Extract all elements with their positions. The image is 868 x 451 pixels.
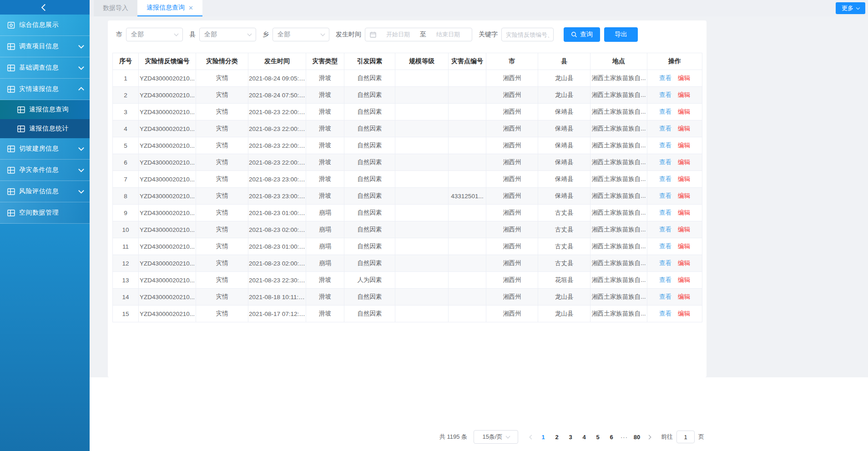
edit-link[interactable]: 编辑: [678, 175, 690, 182]
sidebar-item-3[interactable]: 基础调查信息: [0, 57, 90, 79]
view-link[interactable]: 查看: [659, 209, 671, 216]
table-cell: 湘西土家族苗族自...: [590, 306, 647, 322]
table-cell: 自然因素: [344, 120, 395, 137]
table-cell: [395, 154, 449, 171]
table-cell: 灾情: [196, 171, 248, 188]
table-cell: 崩塌: [306, 255, 344, 272]
tab-2[interactable]: 速报信息查询✕: [137, 0, 202, 16]
sidebar-menu: 综合信息展示调查项目信息基础调查信息灾情速报信息速报信息查询速报信息统计切坡建房…: [0, 15, 90, 224]
close-icon[interactable]: ✕: [188, 5, 193, 11]
table-cell: YZD43000020210...: [139, 87, 196, 104]
tab-label: 速报信息查询: [146, 4, 185, 12]
table-cell: 湘西土家族苗族自...: [590, 87, 647, 104]
view-link[interactable]: 查看: [659, 243, 671, 250]
view-link[interactable]: 查看: [659, 108, 671, 115]
keyword-input[interactable]: [501, 28, 554, 41]
sidebar-item-5[interactable]: 切坡建房信息: [0, 138, 90, 160]
view-link[interactable]: 查看: [659, 175, 671, 182]
edit-link[interactable]: 编辑: [678, 243, 690, 250]
edit-link[interactable]: 编辑: [678, 209, 690, 216]
table-cell: 2021-08-24 09:05:00: [248, 70, 306, 87]
edit-link[interactable]: 编辑: [678, 260, 690, 266]
city-select[interactable]: 全部: [126, 28, 183, 41]
export-button[interactable]: 导出: [604, 27, 638, 42]
view-link[interactable]: 查看: [659, 75, 671, 81]
view-link[interactable]: 查看: [659, 91, 671, 98]
view-link[interactable]: 查看: [659, 192, 671, 199]
sidebar-item-1[interactable]: 综合信息展示: [0, 15, 90, 36]
table-cell: 湘西州: [486, 306, 538, 322]
view-link[interactable]: 查看: [659, 125, 671, 132]
table-cell: [449, 137, 486, 154]
page-size-select[interactable]: 15条/页: [474, 430, 518, 444]
page-button-4[interactable]: 4: [577, 434, 591, 441]
edit-link[interactable]: 编辑: [678, 125, 690, 132]
table-cell: [449, 154, 486, 171]
table-icon: [7, 167, 15, 174]
table-cell: [395, 171, 449, 188]
sidebar-item-6[interactable]: 孕灾条件信息: [0, 160, 90, 181]
view-link[interactable]: 查看: [659, 260, 671, 266]
chevron-down-icon: [174, 32, 179, 36]
table-row: 13YZD43000020210...灾情2021-08-23 22:30:00…: [113, 272, 702, 289]
table-actions-cell: 查看编辑: [647, 306, 702, 322]
edit-link[interactable]: 编辑: [678, 293, 690, 300]
search-button[interactable]: 查询: [564, 27, 600, 42]
edit-link[interactable]: 编辑: [678, 226, 690, 233]
table-header-cell: 灾险情分类: [196, 53, 248, 70]
sidebar-item-label: 孕灾条件信息: [19, 166, 79, 174]
sidebar-item-2[interactable]: 调查项目信息: [0, 36, 90, 57]
table-cell: 滑坡: [306, 104, 344, 120]
sidebar-item-4[interactable]: 灾情速报信息: [0, 79, 90, 100]
edit-link[interactable]: 编辑: [678, 310, 690, 317]
tab-1[interactable]: 数据导入: [94, 0, 137, 16]
edit-link[interactable]: 编辑: [678, 192, 690, 199]
edit-link[interactable]: 编辑: [678, 108, 690, 115]
table-cell: YZD43000020210...: [139, 255, 196, 272]
page-button-3[interactable]: 3: [564, 434, 577, 441]
sidebar-item-7[interactable]: 风险评估信息: [0, 181, 90, 202]
table-cell: 2021-08-23 22:00:00: [248, 104, 306, 120]
edit-link[interactable]: 编辑: [678, 91, 690, 98]
view-link[interactable]: 查看: [659, 310, 671, 317]
view-link[interactable]: 查看: [659, 276, 671, 283]
edit-link[interactable]: 编辑: [678, 75, 690, 81]
prev-page-button[interactable]: [526, 436, 536, 439]
page-button-2[interactable]: 2: [550, 434, 564, 441]
county-select[interactable]: 全部: [199, 28, 256, 41]
edit-link[interactable]: 编辑: [678, 159, 690, 165]
sidebar-subitem-4-1[interactable]: 速报信息查询: [0, 100, 90, 119]
table-cell: 2021-08-18 10:11:00: [248, 289, 306, 306]
town-select[interactable]: 全部: [273, 28, 329, 41]
view-link[interactable]: 查看: [659, 226, 671, 233]
edit-link[interactable]: 编辑: [678, 142, 690, 149]
edit-link[interactable]: 编辑: [678, 276, 690, 283]
table-cell: 湘西土家族苗族自...: [590, 171, 647, 188]
page-button-5[interactable]: 5: [591, 434, 605, 441]
table-cell: YZD43000020210...: [139, 188, 196, 205]
table-cell: 2021-08-23 23:00:00: [248, 188, 306, 205]
sidebar-subitem-4-2[interactable]: 速报信息统计: [0, 119, 90, 138]
table-cell: 灾情: [196, 70, 248, 87]
more-button[interactable]: 更多: [836, 2, 865, 14]
page-button-6[interactable]: 6: [605, 434, 618, 441]
sidebar-collapse-button[interactable]: [0, 0, 90, 15]
table-row: 11YZD43000020210...灾情2021-08-23 01:00:00…: [113, 238, 702, 255]
table-cell: 2: [113, 87, 139, 104]
page-button-80[interactable]: 80: [630, 434, 644, 441]
view-link[interactable]: 查看: [659, 142, 671, 149]
table-icon: [7, 86, 15, 93]
page-button-1[interactable]: 1: [536, 434, 550, 441]
view-link[interactable]: 查看: [659, 293, 671, 300]
table-cell: YZD43000020210...: [139, 221, 196, 238]
goto-page-input[interactable]: [676, 431, 695, 443]
table-actions-cell: 查看编辑: [647, 188, 702, 205]
date-range-picker[interactable]: 开始日期 至 结束日期: [365, 28, 472, 41]
table-cell: 湘西土家族苗族自...: [590, 205, 647, 221]
chevron-down-icon: [78, 188, 84, 194]
table-cell: 保靖县: [538, 104, 590, 120]
sidebar-item-8[interactable]: 空间数据管理: [0, 202, 90, 224]
table-cell: 保靖县: [538, 154, 590, 171]
next-page-button[interactable]: [644, 436, 654, 439]
view-link[interactable]: 查看: [659, 159, 671, 165]
